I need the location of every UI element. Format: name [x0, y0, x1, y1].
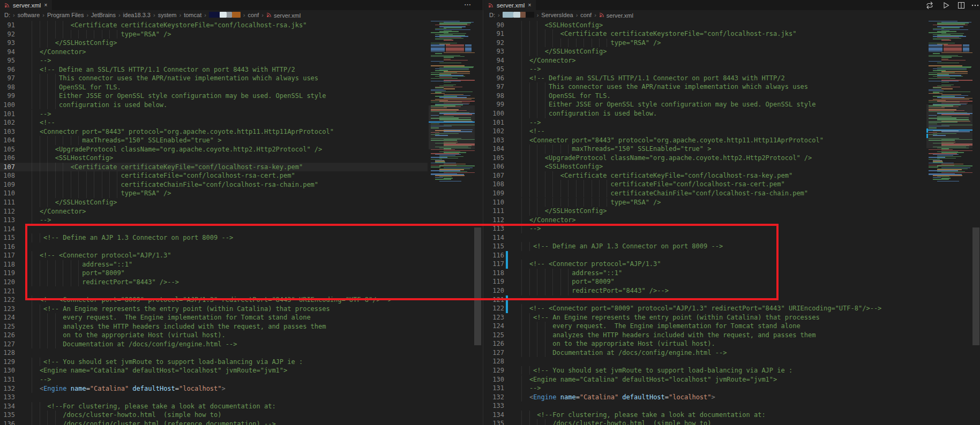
line-number[interactable]: 110	[0, 189, 15, 198]
code-line[interactable]: <!-- You should set jvmRoute to support …	[24, 358, 303, 367]
breadcrumb-segment[interactable]: D:	[489, 12, 495, 18]
line-number[interactable]: 134	[0, 402, 15, 411]
code-line[interactable]: <!-- Define an SSL/TLS HTTP/1.1 Connecto…	[24, 65, 295, 74]
code-line[interactable]: <SSLHostConfig>	[514, 162, 603, 171]
code-line[interactable]: analyzes the HTTP headers included with …	[24, 322, 326, 331]
code-line[interactable]: <!-- Define an SSL/TLS HTTP/1.1 Connecto…	[514, 74, 785, 83]
code-line[interactable]: maxThreads="150" SSLEnabled="true" >	[24, 136, 221, 145]
code-line[interactable]: -->	[24, 375, 51, 384]
line-number[interactable]: 114	[0, 225, 15, 234]
line-number[interactable]: 108	[0, 171, 15, 180]
line-number[interactable]: 120	[484, 286, 504, 295]
line-number[interactable]: 92	[484, 39, 504, 48]
code-line[interactable]: -->	[514, 65, 541, 74]
code-line[interactable]: -->	[514, 384, 541, 393]
line-number[interactable]: 96	[484, 74, 504, 83]
code-line[interactable]: OpenSSL for TLS.	[514, 92, 611, 101]
code-line[interactable]: type="RSA" />	[24, 189, 171, 198]
code-line[interactable]: redirectPort="8443" />-->	[514, 286, 669, 295]
code-line[interactable]: <!-- Define an AJP 1.3 Connector on port…	[24, 233, 233, 242]
code-line[interactable]: <!-- <Connector port="8009" protocol="AJ…	[514, 304, 881, 313]
line-number[interactable]: 110	[484, 198, 504, 207]
code-line[interactable]: every request. The Engine implementation…	[514, 322, 801, 331]
line-number[interactable]: 115	[484, 242, 504, 251]
code-line[interactable]: </Connector>	[514, 56, 576, 65]
line-number[interactable]: 118	[0, 260, 15, 269]
split-editor-icon[interactable]	[957, 1, 966, 10]
code-line[interactable]: <!-- <Connector port="8009" protocol="AJ…	[24, 295, 392, 305]
open-changes-icon[interactable]	[925, 1, 934, 10]
breadcrumb-segment[interactable]: conf	[580, 12, 592, 18]
code-line[interactable]: </SSLHostConfig>	[514, 47, 607, 56]
minimap-viewport[interactable]	[429, 105, 475, 149]
line-number[interactable]: 112	[0, 207, 15, 216]
code-line[interactable]: <!-- You should set jvmRoute to support …	[514, 366, 792, 375]
line-number[interactable]: 117	[484, 260, 504, 269]
code-line[interactable]: configuration is used below.	[24, 101, 167, 110]
line-number[interactable]: 114	[484, 233, 504, 242]
breadcrumb-segment[interactable]: server.xml	[266, 12, 301, 19]
editor-group-divider[interactable]	[483, 0, 483, 425]
code-line[interactable]: <!--	[24, 118, 55, 127]
more-actions-icon[interactable]	[971, 1, 979, 10]
line-number[interactable]: 101	[0, 110, 15, 119]
line-number[interactable]: 131	[484, 384, 504, 393]
line-number[interactable]: 132	[0, 384, 15, 393]
code-line[interactable]: <!-- An Engine represents the entry poin…	[24, 305, 330, 314]
code-line[interactable]: every request. The Engine implementation…	[24, 313, 311, 322]
code-line[interactable]: maxThreads="150" SSLEnabled="true" >	[514, 145, 711, 154]
code-line[interactable]: <!-- Define an AJP 1.3 Connector on port…	[514, 242, 723, 251]
breadcrumb-censored-segment[interactable]	[503, 12, 534, 19]
code-line[interactable]: <!--For clustering, please take a look a…	[514, 411, 766, 420]
line-number[interactable]: 100	[484, 109, 504, 118]
line-number[interactable]: 92	[0, 30, 15, 39]
code-line[interactable]: certificateFile="conf/localhost-rsa-cert…	[24, 171, 295, 180]
line-number[interactable]: 117	[0, 251, 15, 260]
code-line[interactable]: This connector uses the APR/native imple…	[24, 74, 318, 83]
line-number[interactable]: 135	[484, 419, 504, 425]
line-number[interactable]: 116	[0, 242, 15, 252]
code-line[interactable]: OpenSSL for TLS.	[24, 83, 121, 92]
breadcrumb-segment[interactable]: JetBrains	[91, 12, 116, 18]
code-line[interactable]: type="RSA" />	[514, 198, 661, 207]
line-number[interactable]: 129	[484, 366, 504, 375]
code-line[interactable]: certificateChainFile="conf/localhost-rsa…	[514, 189, 808, 198]
code-line[interactable]: port="8009"	[514, 277, 615, 286]
code-line[interactable]: type="RSA" />	[24, 30, 171, 39]
code-line[interactable]: <!-- <Connector protocol="AJP/1.3"	[24, 251, 171, 260]
code-line[interactable]: </SSLHostConfig>	[514, 207, 607, 216]
line-number[interactable]: 133	[484, 401, 504, 411]
code-line[interactable]: <Connector port="8443" protocol="org.apa…	[514, 136, 824, 145]
line-number[interactable]: 119	[484, 277, 504, 286]
code-line[interactable]: <SSLHostConfig>	[24, 154, 113, 163]
code-line[interactable]: <!-- <Connector protocol="AJP/1.3"	[514, 260, 661, 269]
code-line[interactable]: redirectPort="8443" />-->	[24, 278, 179, 287]
code-line[interactable]: configuration is used below.	[514, 109, 657, 118]
line-number[interactable]: 91	[0, 21, 15, 30]
code-line[interactable]: on to the appropriate Host (virtual host…	[514, 339, 715, 348]
code-line[interactable]: </Connector>	[24, 48, 86, 57]
minimap-left[interactable]	[429, 20, 475, 425]
line-number[interactable]: 113	[484, 224, 504, 233]
code-line[interactable]: type="RSA" />	[514, 39, 661, 48]
line-number[interactable]: 127	[484, 348, 504, 358]
breadcrumb-segment[interactable]: Program Files	[47, 12, 84, 18]
code-line[interactable]: -->	[514, 224, 541, 233]
breadcrumb-censored-segment[interactable]	[209, 12, 241, 19]
code-line[interactable]: -->	[24, 56, 51, 65]
line-number[interactable]: 122	[0, 295, 15, 305]
code-line[interactable]: Documentation at /docs/config/engine.htm…	[24, 340, 237, 349]
code-line[interactable]: analyzes the HTTP headers included with …	[514, 331, 816, 340]
line-number[interactable]: 109	[0, 180, 15, 189]
line-number[interactable]: 123	[484, 313, 504, 322]
breadcrumb-segment[interactable]: D:	[4, 12, 10, 18]
scrollbar-thumb-right[interactable]	[972, 227, 979, 345]
line-number[interactable]: 93	[484, 47, 504, 56]
more-tabs-button[interactable]: ⋯	[464, 1, 472, 9]
tab-server-xml-right[interactable]: server.xml ×	[484, 0, 536, 10]
code-line[interactable]: <Certificate certificateKeyFile="conf/lo…	[24, 163, 303, 172]
code-line[interactable]: /docs/cluster-howto.html (simple how to)	[24, 411, 221, 420]
line-number[interactable]: 108	[484, 180, 504, 189]
line-number[interactable]: 123	[0, 305, 15, 314]
code-line[interactable]: <Certificate certificateKeystoreFile="co…	[514, 29, 796, 39]
